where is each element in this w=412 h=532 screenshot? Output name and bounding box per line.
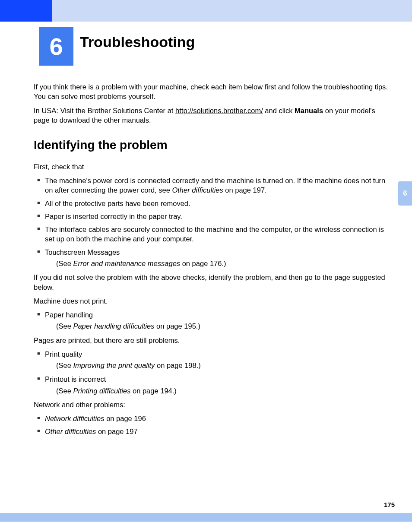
list-item: Printout is incorrect (See Printing diff…: [37, 374, 388, 396]
sub-text: (See Error and maintenance messages on p…: [45, 259, 388, 268]
text: on page 176.): [180, 260, 226, 267]
text: Paper handling: [45, 311, 93, 319]
page-number: 175: [384, 501, 395, 508]
footer-stripe: [0, 513, 412, 522]
followup-paragraph: If you did not solve the problem with th…: [34, 272, 388, 292]
list-item: Print quality (See Improving the print q…: [37, 349, 388, 370]
intro-paragraph-2: In USA: Visit the Brother Solutions Cent…: [34, 106, 388, 125]
list-item: Touchscreen Messages (See Error and main…: [37, 247, 388, 269]
section-heading: Identifying the problem: [34, 137, 388, 153]
xref-paper-handling[interactable]: Paper handling difficulties: [73, 322, 154, 330]
page-content: If you think there is a problem with you…: [34, 82, 388, 440]
text: on page 194.): [130, 387, 176, 395]
list-item: Other difficulties on page 197: [37, 427, 388, 436]
list-item: Paper handling (See Paper handling diffi…: [37, 310, 388, 331]
list-network: Network difficulties on page 196 Other d…: [34, 414, 388, 437]
solutions-link[interactable]: http://solutions.brother.com/: [175, 107, 263, 114]
text: on page 196: [105, 415, 146, 422]
text: on page 197: [96, 428, 137, 435]
text: Printout is incorrect: [45, 375, 106, 383]
xref-other-difficulties[interactable]: Other difficulties: [172, 186, 223, 194]
list-item: The interface cables are securely connec…: [37, 225, 388, 244]
text: (See: [56, 260, 73, 267]
sub-text: (See Printing difficulties on page 194.): [45, 386, 388, 396]
chapter-title: Troubleshooting: [80, 34, 195, 51]
list-item: Network difficulties on page 196: [37, 414, 388, 423]
text: (See: [56, 361, 73, 369]
xref-printing-difficulties[interactable]: Printing difficulties: [73, 387, 130, 395]
list-item: All of the protective parts have been re…: [37, 199, 388, 208]
text: Print quality: [45, 350, 82, 358]
list-pages: Print quality (See Improving the print q…: [34, 349, 388, 396]
xref-other-difficulties-2[interactable]: Other difficulties: [45, 428, 96, 435]
list-item: The machine's power cord is connected co…: [37, 176, 388, 195]
text: (See: [56, 387, 73, 395]
text: Touchscreen Messages: [45, 248, 120, 256]
text: (See: [56, 322, 73, 330]
subhead-network: Network and other problems:: [34, 400, 388, 409]
sub-text: (See Improving the print quality on page…: [45, 361, 388, 370]
xref-network-difficulties[interactable]: Network difficulties: [45, 415, 105, 422]
subhead-machine: Machine does not print.: [34, 296, 388, 306]
text: on page 198.): [155, 361, 200, 369]
xref-print-quality[interactable]: Improving the print quality: [73, 361, 155, 369]
header-accent-dark: [0, 0, 52, 22]
intro-paragraph-1: If you think there is a problem with you…: [34, 82, 388, 101]
text: In USA: Visit the Brother Solutions Cent…: [34, 107, 175, 114]
header-accent-light: [52, 0, 412, 22]
text: on page 195.): [154, 322, 200, 330]
lead-text: First, check that: [34, 162, 388, 171]
subhead-pages: Pages are printed, but there are still p…: [34, 336, 388, 345]
section-tab: 6: [398, 181, 412, 206]
chapter-number-box: 6: [39, 27, 73, 66]
list-item: Paper is inserted correctly in the paper…: [37, 212, 388, 221]
sub-text: (See Paper handling difficulties on page…: [45, 321, 388, 331]
manuals-bold: Manuals: [295, 107, 323, 114]
list-machine: Paper handling (See Paper handling diffi…: [34, 310, 388, 331]
text: on page 197.: [223, 186, 267, 194]
checklist: The machine's power cord is connected co…: [34, 176, 388, 268]
xref-error-messages[interactable]: Error and maintenance messages: [73, 260, 180, 267]
text: and click: [263, 107, 295, 114]
